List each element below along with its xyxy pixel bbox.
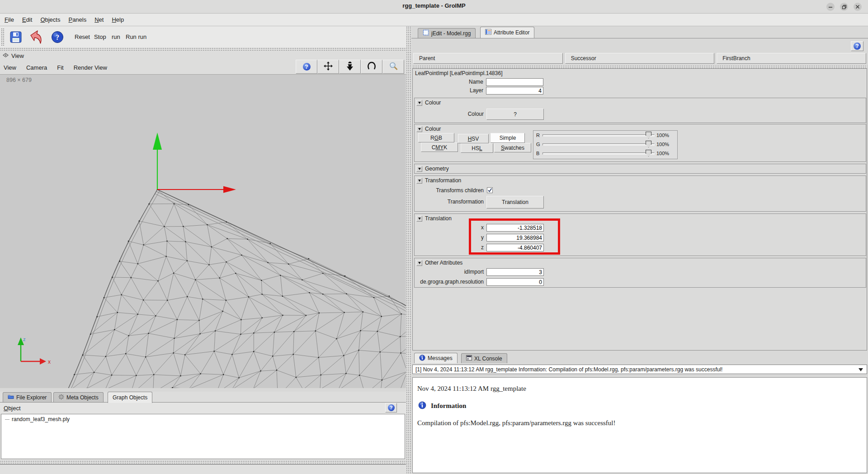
explorer-panel: File Explorer Meta Objects Graph Objects… [0,392,406,474]
view-help-button[interactable]: ? [296,60,317,74]
help-icon: ? [854,43,861,50]
tab-messages[interactable]: Messages [414,353,458,363]
message-text: Compilation of pfs:Model.rgg, pfs:param/… [417,419,616,427]
render-viewport[interactable]: 896 × 679 z x [0,74,406,388]
simple-mode-button[interactable]: Simple [491,133,525,143]
transformation-label: Transformation [415,198,484,206]
section-title: Colour [425,126,441,132]
tab-graph-objects[interactable]: Graph Objects [108,392,152,403]
collapse-toggle[interactable] [416,260,422,266]
tree-item[interactable]: random_leaf3_mesh.ply [1,414,405,422]
section-title: Other Attributes [425,260,462,266]
rgb-mode-button[interactable]: RGB [418,133,454,142]
section-title: Transformation [425,177,461,184]
tab-attribute-editor[interactable]: Attribute Editor [480,27,534,38]
geometry-section: Geometry [414,164,866,174]
r-slider[interactable] [542,134,655,137]
collapse-toggle[interactable] [416,126,422,132]
object-menu[interactable]: Object [4,405,21,412]
message-dropdown[interactable]: [1] Nov 4, 2024 11:13:12 AM rgg_template… [412,365,867,374]
colour-section: Colour Colour ? [414,98,866,123]
menu-help[interactable]: Help [109,15,126,24]
view-panel: View View Camera Fit Render View ? 896 ×… [0,51,406,388]
attr-help-button[interactable]: ? [851,41,863,51]
object-tree: random_leaf3_mesh.ply [1,414,405,459]
r-slider-thumb[interactable] [646,132,651,138]
run-button[interactable]: run [112,33,120,40]
run-run-button[interactable]: Run run [126,33,146,40]
tab-meta-objects[interactable]: Meta Objects [53,392,104,402]
successor-button[interactable]: Successor [565,53,715,64]
attribute-list-icon [485,29,491,36]
layer-field[interactable] [486,87,543,95]
menu-net[interactable]: Net [92,15,106,24]
panel-splitter-top[interactable] [0,47,406,51]
resolution-field[interactable] [486,278,544,286]
tab-file-explorer[interactable]: File Explorer [3,392,52,402]
magnifier-icon [388,61,398,72]
stop-button[interactable]: Stop [94,33,106,40]
reset-button[interactable]: Reset [75,33,90,40]
menu-objects[interactable]: Objects [38,15,62,24]
g-slider-thumb[interactable] [646,141,651,147]
origin-axes [0,75,406,388]
message-kind: Information [431,402,466,410]
undo-icon [28,40,44,46]
b-slider[interactable] [542,152,655,155]
explorer-bottom-splitter[interactable] [0,460,406,465]
hsl-mode-button[interactable]: HSL [461,143,493,153]
vertical-splitter[interactable] [406,26,411,474]
explorer-help-button[interactable]: ? [385,403,397,412]
idimport-field[interactable] [486,268,544,276]
help-icon: ? [388,404,395,411]
view-magnify-button[interactable] [382,60,404,74]
tab-xl-console[interactable]: XL Console [461,353,507,363]
cmyk-mode-button[interactable]: CMYK [421,142,458,152]
minimize-button[interactable] [826,3,835,11]
toolbar-help-button[interactable]: ? [51,30,64,44]
view-pan-button[interactable] [317,60,339,74]
window-title: rgg_template - GroIMP [0,2,868,9]
message-body: Nov 4, 2024 11:13:12 AM rgg_template Inf… [412,377,867,473]
collapse-toggle[interactable] [416,216,422,222]
right-panel: jEdit - Model.rgg Attribute Editor ? Par… [411,26,868,474]
menu-edit[interactable]: Edit [20,15,34,24]
name-label: Name [413,78,483,86]
tab-jedit[interactable]: jEdit - Model.rgg [418,28,476,38]
view-rotate-button[interactable] [361,60,382,74]
save-button[interactable] [9,30,23,44]
menu-file[interactable]: File [2,15,16,24]
g-slider[interactable] [542,143,655,146]
undo-button[interactable] [28,29,44,45]
document-icon [423,29,429,37]
view-menu-render-view[interactable]: Render View [74,64,107,71]
rotate-icon [367,62,377,72]
name-field[interactable] [486,78,543,86]
highlight-box [469,218,560,255]
collapse-toggle[interactable] [416,100,422,106]
colour-value-button[interactable]: ? [486,109,544,120]
collapse-toggle[interactable] [416,166,422,172]
transforms-children-checkbox[interactable] [487,187,493,193]
firstbranch-button[interactable]: FirstBranch [717,53,866,64]
view-menu-camera[interactable]: Camera [26,64,47,71]
restore-button[interactable] [840,3,848,11]
layer-label: Layer [413,87,483,95]
colour-picker-section: Colour RGB CMYK HSV HSL Simple Swatches … [414,124,866,162]
axis-z-label: z [23,337,26,342]
collapse-toggle[interactable] [416,178,422,184]
slider-value: 100% [656,132,669,139]
b-slider-thumb[interactable] [646,150,651,156]
view-menu-fit[interactable]: Fit [57,64,63,71]
transformation-section: Transformation Transforms children Trans… [414,175,866,212]
transformation-value-button[interactable]: Translation [486,196,544,209]
close-button[interactable] [854,3,862,11]
view-zoom-button[interactable] [339,60,361,74]
menu-panels[interactable]: Panels [66,15,89,24]
slider-label: R [536,132,540,139]
swatches-mode-button[interactable]: Swatches [494,143,531,152]
view-menu-view[interactable]: View [4,64,16,71]
toolbar-drag-handle[interactable] [1,28,4,46]
parent-button[interactable]: Parent [413,53,563,64]
hsv-mode-button[interactable]: HSV [458,134,489,143]
